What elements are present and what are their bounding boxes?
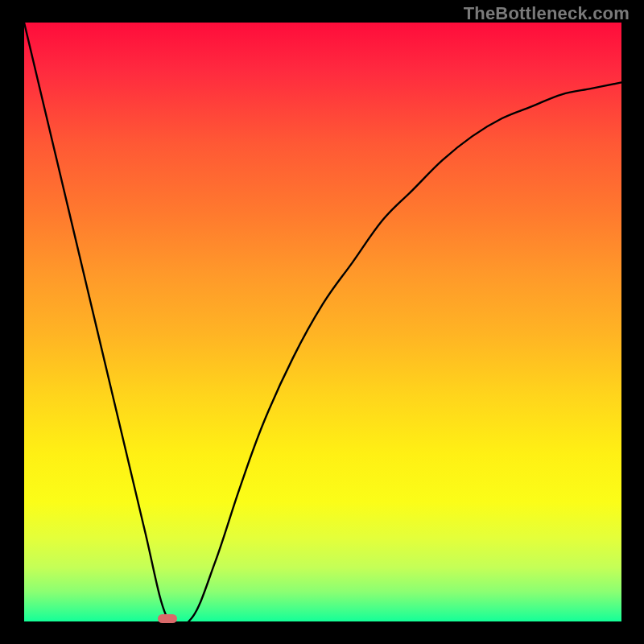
curve-path [24, 23, 621, 629]
watermark-text: TheBottleneck.com [464, 3, 630, 24]
chart-frame: TheBottleneck.com [0, 0, 644, 644]
min-marker [158, 614, 177, 623]
plot-area [24, 23, 621, 621]
curve-svg [24, 23, 621, 621]
